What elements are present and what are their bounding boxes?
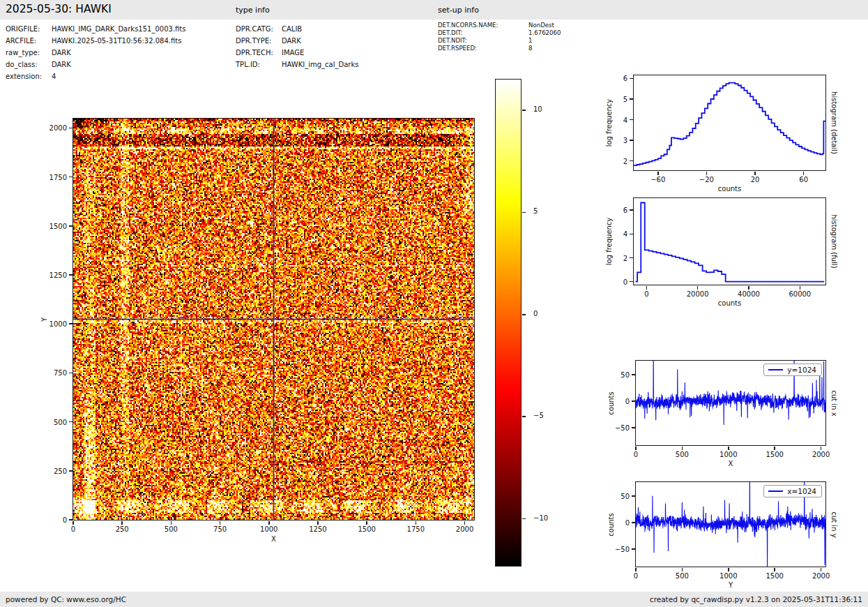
field-label: DET.NCORRS.NAME: bbox=[438, 22, 528, 29]
field-label: DPR.CATG: bbox=[236, 23, 282, 35]
x-axis-label: Y bbox=[729, 581, 733, 589]
field-label: ARCFILE: bbox=[6, 35, 52, 47]
x-tick-label: 500 bbox=[676, 451, 689, 458]
field-label: extension: bbox=[6, 70, 52, 82]
x-tick-label: 1000 bbox=[260, 525, 277, 533]
x-tick-label: 250 bbox=[116, 525, 129, 533]
y-tick-mark bbox=[630, 257, 633, 259]
legend: y=1024 bbox=[763, 364, 822, 376]
x-tick-mark bbox=[73, 521, 74, 525]
colorbar-tick-mark bbox=[522, 212, 526, 213]
y-tick-mark bbox=[632, 427, 635, 428]
y-tick-label: 0 bbox=[63, 516, 67, 524]
raw-image-plot: X Y 025050075010001250150017502000025050… bbox=[73, 118, 475, 520]
x-tick-mark bbox=[748, 286, 749, 290]
field-label: DET.NDIT: bbox=[438, 37, 528, 45]
x-tick-mark bbox=[646, 286, 648, 290]
field-label: raw_type: bbox=[6, 47, 52, 59]
y-tick-mark bbox=[630, 140, 633, 141]
y-tick-label: 250 bbox=[54, 467, 67, 474]
y-tick-mark bbox=[69, 470, 73, 472]
y-tick-mark bbox=[630, 160, 633, 162]
y-tick-mark bbox=[632, 400, 635, 402]
y-tick-label: 6 bbox=[623, 207, 627, 214]
setup-info-row: DET.NCORRS.NAME:NonDest bbox=[438, 22, 561, 29]
colorbar-tick-label: −5 bbox=[533, 412, 544, 419]
field-label: DET.DIT: bbox=[438, 29, 528, 37]
y-tick-label: 50 bbox=[620, 492, 630, 500]
right-axis-label: histogram (full) bbox=[830, 214, 838, 268]
field-value: DARK bbox=[52, 47, 71, 59]
type-info-row: TPL.ID:HAWKI_img_cal_Darks bbox=[236, 59, 358, 70]
field-label: DPR.TECH: bbox=[236, 47, 282, 59]
x-tick-mark bbox=[268, 521, 270, 525]
y-tick-label: 2 bbox=[623, 157, 627, 165]
x-tick-label: 2000 bbox=[812, 572, 830, 580]
y-tick-mark bbox=[630, 119, 633, 121]
y-tick-label: 1750 bbox=[50, 173, 67, 181]
x-axis-label: counts bbox=[718, 185, 741, 193]
right-axis-label: histogram (detail) bbox=[830, 91, 838, 154]
type-info-row: DPR.TECH:IMAGE bbox=[236, 47, 358, 59]
x-tick-label: 40000 bbox=[738, 290, 760, 298]
field-label: DET.RSPEED: bbox=[438, 45, 528, 52]
x-tick-mark bbox=[121, 521, 123, 525]
right-axis-label: cut in x bbox=[830, 390, 838, 416]
x-tick-label: 1000 bbox=[719, 451, 737, 458]
x-tick-mark bbox=[803, 172, 805, 175]
file-info-row: ORIGFILE:HAWKI_IMG_DARK_Darks151_0003.fi… bbox=[6, 23, 186, 35]
x-tick-label: 1750 bbox=[407, 525, 425, 533]
x-axis-label: counts bbox=[718, 299, 741, 307]
file-info-row: do_class:DARK bbox=[6, 59, 186, 70]
colorbar: 1050−5−10 bbox=[495, 79, 521, 567]
field-value: HAWKI_IMG_DARK_Darks151_0003.fits bbox=[52, 23, 186, 35]
x-tick-mark bbox=[821, 447, 822, 450]
field-value: HAWKI.2025-05-31T10:56:32.084.fits bbox=[52, 35, 181, 47]
x-tick-mark bbox=[728, 447, 729, 450]
legend-label: x=1024 bbox=[787, 487, 816, 495]
y-tick-label: 0 bbox=[623, 278, 627, 285]
x-tick-label: 0 bbox=[644, 290, 648, 298]
legend-line-swatch bbox=[768, 369, 783, 370]
y-tick-label: 0 bbox=[625, 518, 630, 526]
y-tick-mark bbox=[69, 128, 73, 129]
x-tick-mark bbox=[416, 521, 417, 525]
x-tick-mark bbox=[821, 568, 822, 571]
x-tick-label: 2000 bbox=[812, 451, 830, 458]
field-value: 4 bbox=[52, 70, 56, 82]
x-tick-mark bbox=[774, 447, 775, 450]
y-tick-mark bbox=[632, 374, 635, 375]
x-tick-mark bbox=[754, 172, 756, 175]
x-tick-mark bbox=[635, 568, 637, 571]
field-value: DARK bbox=[52, 59, 71, 70]
y-tick-label: −50 bbox=[615, 424, 630, 431]
field-label: DPR.TYPE: bbox=[236, 35, 282, 47]
x-tick-mark bbox=[728, 568, 729, 571]
legend-label: y=1024 bbox=[787, 366, 816, 374]
field-value: CALIB bbox=[282, 23, 302, 35]
x-axis-label: X bbox=[729, 460, 733, 467]
raw-image-heatmap-canvas bbox=[73, 119, 474, 520]
setup-info-row: DET.RSPEED:8 bbox=[438, 45, 561, 52]
x-tick-mark bbox=[682, 568, 683, 571]
type-info-row: DPR.CATG:CALIB bbox=[236, 23, 358, 35]
file-info-block: ORIGFILE:HAWKI_IMG_DARK_Darks151_0003.fi… bbox=[6, 23, 186, 82]
x-tick-label: 500 bbox=[165, 525, 178, 533]
x-tick-label: 0 bbox=[634, 451, 638, 458]
y-tick-label: 2 bbox=[623, 254, 627, 262]
x-tick-label: −20 bbox=[699, 176, 714, 183]
x-tick-mark bbox=[706, 172, 708, 175]
colorbar-tick-label: −10 bbox=[533, 514, 548, 522]
y-axis-label: log frequency bbox=[605, 218, 613, 266]
field-label: ORIGFILE: bbox=[6, 23, 52, 35]
field-value: 1.6762060 bbox=[528, 29, 561, 37]
field-label: TPL.ID: bbox=[236, 59, 282, 70]
y-tick-label: 4 bbox=[623, 230, 627, 238]
x-tick-mark bbox=[171, 521, 172, 525]
type-info-heading: type info bbox=[236, 6, 270, 15]
y-tick-mark bbox=[69, 323, 73, 324]
x-tick-mark bbox=[220, 521, 221, 525]
setup-info-heading: set-up info bbox=[438, 6, 479, 15]
x-tick-label: −60 bbox=[650, 176, 665, 183]
y-tick-mark bbox=[69, 225, 73, 227]
